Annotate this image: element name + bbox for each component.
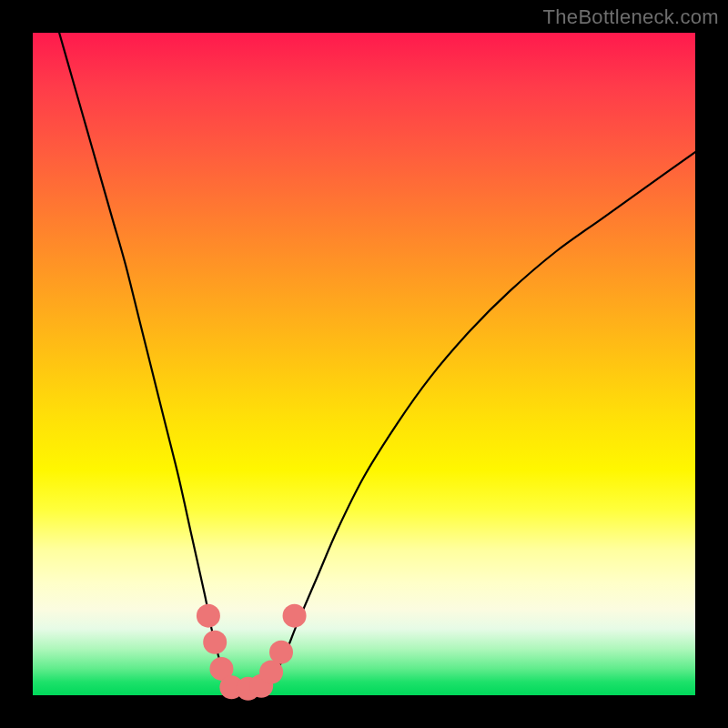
highlight-dot <box>283 604 307 628</box>
highlight-dot <box>203 631 227 654</box>
plot-overlay <box>33 33 695 695</box>
chart-stage: TheBottleneck.com <box>0 0 728 728</box>
curve-left-branch <box>59 33 231 695</box>
highlight-dots <box>197 604 307 701</box>
highlight-dot <box>197 604 220 628</box>
curve-right-branch <box>265 152 695 695</box>
watermark-text: TheBottleneck.com <box>543 5 719 29</box>
highlight-dot <box>269 641 293 664</box>
